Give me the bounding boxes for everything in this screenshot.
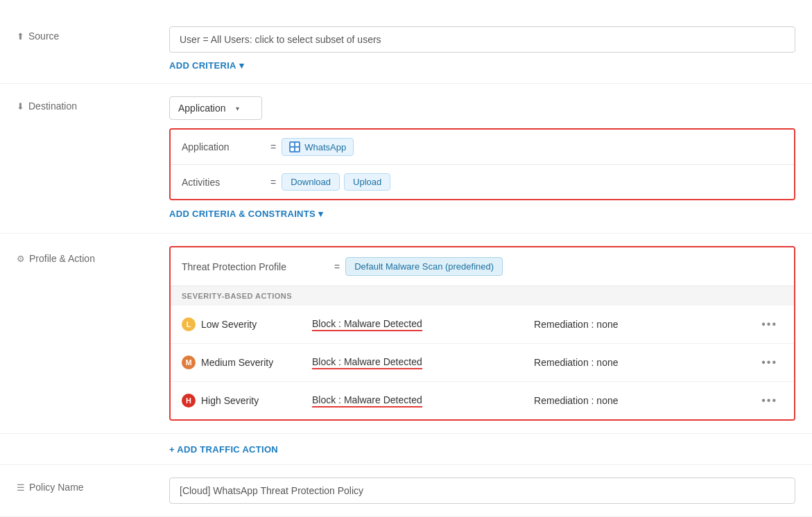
download-tag[interactable]: Download [282,173,340,191]
destination-icon: ⬇ [17,101,24,112]
activities-criteria-row: Activities = Download Upload [171,165,794,199]
destination-criteria-box: Application = WhatsApp Activities = [169,128,795,200]
page-container: ⬆ Source User = All Users: click to sele… [0,0,812,517]
add-traffic-action-button[interactable]: + ADD TRAFFIC ACTION [169,444,278,455]
add-criteria-button[interactable]: ADD CRITERIA ▾ [169,60,244,71]
source-content: User = All Users: click to select subset… [169,26,795,71]
high-severity-action-text: Block : Malware Detected [312,394,422,408]
severity-header: SEVERITY-BASED ACTIONS [171,286,794,306]
low-severity-action-text: Block : Malware Detected [312,318,422,331]
settings-icon: ⚙ [17,254,25,264]
chevron-down-icon: ▾ [236,105,239,112]
chevron-down-icon: ▾ [239,60,244,71]
medium-severity-remediation: Remediation : none [534,357,756,368]
chevron-down-icon: ▾ [318,209,323,219]
high-severity-badge: H [182,394,196,408]
application-label: Application [182,141,265,152]
profile-action-section: ⚙ Profile & Action Threat Protection Pro… [0,234,812,434]
policy-icon: ☰ [17,482,25,493]
destination-row: ⬇ Destination Application ▾ Application … [17,96,795,227]
high-severity-more-button[interactable]: ••• [756,392,783,410]
medium-severity-badge: M [182,356,196,369]
low-severity-name: Low Severity [201,319,312,330]
profile-action-content: Threat Protection Profile = Default Malw… [169,246,795,421]
whatsapp-tag[interactable]: WhatsApp [282,138,354,156]
whatsapp-icon [289,141,300,152]
application-eq: = [270,141,276,152]
low-severity-badge: L [182,317,196,331]
medium-severity-row: M Medium Severity Block : Malware Detect… [171,344,794,382]
low-severity-row: L Low Severity Block : Malware Detected … [171,306,794,344]
destination-label: ⬇ Destination [17,96,169,112]
high-severity-name: High Severity [201,395,312,406]
application-dropdown[interactable]: Application ▾ [169,96,262,120]
medium-severity-more-button[interactable]: ••• [756,353,783,371]
low-severity-more-button[interactable]: ••• [756,315,783,333]
policy-name-section: ☰ Policy Name [Cloud] WhatsApp Threat Pr… [0,465,812,517]
source-section: ⬆ Source User = All Users: click to sele… [0,14,812,84]
threat-profile-row: Threat Protection Profile = Default Malw… [171,247,794,286]
threat-profile-label: Threat Protection Profile [182,261,334,272]
upload-tag[interactable]: Upload [344,173,390,191]
policy-name-input[interactable]: [Cloud] WhatsApp Threat Protection Polic… [169,477,795,504]
activities-label: Activities [182,177,265,188]
destination-section: ⬇ Destination Application ▾ Application … [0,84,812,234]
source-icon: ⬆ [17,31,24,42]
profile-box: Threat Protection Profile = Default Malw… [169,246,795,421]
medium-severity-action-text: Block : Malware Detected [312,356,422,369]
threat-profile-eq: = [334,261,340,272]
profile-action-label: ⚙ Profile & Action [17,246,169,264]
medium-severity-action[interactable]: Block : Malware Detected [312,356,534,369]
low-severity-action[interactable]: Block : Malware Detected [312,318,534,331]
policy-name-content: [Cloud] WhatsApp Threat Protection Polic… [169,477,795,504]
user-input[interactable]: User = All Users: click to select subset… [169,26,795,53]
policy-name-label: ☰ Policy Name [17,477,169,493]
threat-profile-value[interactable]: Default Malware Scan (predefined) [345,257,503,276]
add-traffic-row: + ADD TRAFFIC ACTION [0,434,812,465]
source-label: ⬆ Source [17,26,169,42]
high-severity-row: H High Severity Block : Malware Detected… [171,382,794,419]
application-criteria-row: Application = WhatsApp [171,130,794,165]
add-criteria-constraints-button[interactable]: ADD CRITERIA & CONSTRAINTS ▾ [169,209,323,219]
low-severity-remediation: Remediation : none [534,319,756,330]
destination-content: Application ▾ Application = WhatsApp [169,96,795,227]
high-severity-remediation: Remediation : none [534,395,756,406]
activities-eq: = [270,177,276,188]
high-severity-action[interactable]: Block : Malware Detected [312,394,534,408]
medium-severity-name: Medium Severity [201,357,312,368]
